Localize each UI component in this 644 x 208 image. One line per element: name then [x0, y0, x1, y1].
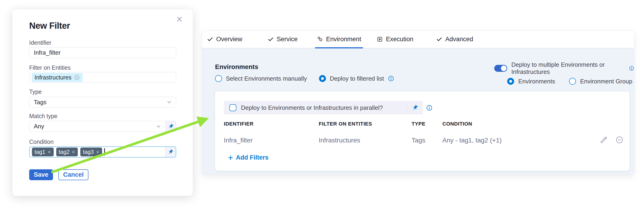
- info-icon[interactable]: [426, 105, 432, 111]
- identifier-field[interactable]: [29, 47, 176, 58]
- radio-select-manually[interactable]: [215, 75, 222, 82]
- tag-label: tag1: [34, 149, 45, 155]
- add-filters-label: Add Filters: [236, 154, 268, 161]
- tab-label: Environment: [326, 36, 361, 43]
- filters-card: Deploy to Environments or Infrastructure…: [215, 92, 630, 171]
- condition-tag: tag2 ✕: [56, 148, 78, 156]
- environment-tab-body: Environments Select Environments manuall…: [202, 48, 634, 175]
- tab-overview[interactable]: Overview: [207, 30, 242, 48]
- check-icon: [268, 36, 274, 42]
- match-type-select-value: Any: [30, 123, 176, 130]
- save-button[interactable]: Save: [29, 169, 53, 180]
- col-header-condition: CONDITION: [442, 121, 472, 127]
- condition-tag: tag1 ✕: [32, 148, 54, 156]
- pin-icon[interactable]: [407, 105, 423, 111]
- chevron-down-icon: [156, 124, 162, 130]
- radio-environments[interactable]: [507, 78, 514, 85]
- environment-icon: [317, 36, 323, 42]
- tab-label: Advanced: [446, 36, 473, 43]
- col-header-identifier: IDENTIFIER: [224, 121, 254, 127]
- entity-chip-label: Infrastructures: [34, 74, 72, 81]
- remove-tag-icon[interactable]: ✕: [72, 150, 75, 155]
- pin-icon[interactable]: [166, 121, 176, 132]
- execution-icon: [377, 36, 383, 42]
- parallel-deploy-checkbox[interactable]: [230, 104, 236, 111]
- check-icon: [436, 36, 442, 42]
- radio-environments-label[interactable]: Environments: [518, 78, 555, 85]
- new-filter-modal: ✕ New Filter Identifier Filter on Entiti…: [12, 9, 193, 196]
- stage-tabs: Overview Service Environment: [202, 30, 634, 48]
- circle-remove-icon[interactable]: [74, 74, 80, 80]
- type-label: Type: [29, 88, 42, 95]
- type-select-value: Tags: [30, 99, 176, 106]
- match-type-label: Match type: [29, 113, 58, 120]
- remove-tag-icon[interactable]: ✕: [96, 150, 100, 155]
- condition-tag: tag3 ✕: [80, 148, 102, 156]
- tag-label: tag2: [59, 149, 70, 155]
- tab-service[interactable]: Service: [268, 30, 298, 48]
- cancel-button[interactable]: Cancel: [58, 169, 88, 180]
- condition-field[interactable]: tag1 ✕ tag2 ✕ tag3 ✕: [29, 146, 176, 158]
- close-icon[interactable]: ✕: [174, 14, 184, 24]
- radio-environment-group[interactable]: [569, 78, 576, 85]
- pipeline-stage-panel: Overview Service Environment: [202, 30, 634, 175]
- info-icon[interactable]: [388, 76, 394, 82]
- radio-environment-group-label[interactable]: Environment Group: [580, 78, 632, 85]
- parallel-deploy-label[interactable]: Deploy to Environments or Infrastructure…: [241, 104, 407, 112]
- environment-target-radios: Environments Environment Group: [507, 77, 632, 86]
- multi-env-toggle-label: Deploy to multiple Environments or Infra…: [511, 61, 625, 76]
- row-condition: Any - tag1, tag2 (+1): [442, 137, 502, 144]
- type-select[interactable]: Tags: [29, 97, 176, 108]
- chevron-down-icon: [166, 99, 172, 105]
- match-type-select[interactable]: Any: [29, 121, 176, 132]
- remove-tag-icon[interactable]: ✕: [48, 150, 51, 155]
- radio-deploy-filtered-label[interactable]: Deploy to filtered list: [330, 75, 384, 82]
- screenshot-canvas: ✕ New Filter Identifier Filter on Entiti…: [0, 0, 644, 208]
- tag-label: tag3: [83, 149, 94, 155]
- parallel-deploy-bar: Deploy to Environments or Infrastructure…: [224, 101, 423, 114]
- add-filters-button[interactable]: Add Filters: [228, 154, 268, 161]
- tab-label: Overview: [216, 36, 242, 43]
- col-header-type: TYPE: [412, 121, 426, 127]
- condition-label: Condition: [29, 138, 54, 145]
- environment-mode-radios: Select Environments manually Deploy to f…: [215, 74, 394, 83]
- plus-icon: [228, 155, 234, 161]
- col-header-filter-on-entities: FILTER ON ENTITIES: [319, 121, 372, 127]
- modal-title: New Filter: [29, 21, 70, 31]
- toggle-knob: [501, 66, 506, 71]
- identifier-input[interactable]: [30, 49, 166, 56]
- text-cursor: [104, 148, 105, 156]
- tab-advanced[interactable]: Advanced: [436, 30, 473, 48]
- environments-heading: Environments: [215, 63, 258, 71]
- radio-select-manually-label[interactable]: Select Environments manually: [226, 75, 307, 82]
- edit-icon[interactable]: [600, 136, 608, 144]
- tab-label: Service: [277, 36, 298, 43]
- tab-execution[interactable]: Execution: [377, 30, 414, 48]
- filter-on-entities-label: Filter on Entities: [29, 64, 70, 71]
- radio-deploy-filtered[interactable]: [319, 75, 326, 82]
- identifier-label: Identifier: [29, 40, 52, 46]
- tab-environment[interactable]: Environment: [317, 30, 361, 48]
- tab-label: Execution: [386, 36, 414, 43]
- multi-env-toggle-row: Deploy to multiple Environments or Infra…: [494, 64, 634, 72]
- check-icon: [207, 36, 213, 42]
- row-filter-on-entities: Infrastructures: [319, 137, 360, 144]
- entity-chip: Infrastructures: [32, 73, 83, 82]
- filter-on-entities-field[interactable]: Infrastructures: [29, 72, 176, 83]
- row-type: Tags: [412, 137, 425, 144]
- pin-icon[interactable]: [165, 147, 176, 157]
- info-icon[interactable]: [629, 65, 634, 71]
- row-identifier: Infra_filter: [224, 137, 253, 144]
- multi-env-toggle[interactable]: [494, 65, 507, 72]
- minus-circle-icon[interactable]: [616, 136, 624, 144]
